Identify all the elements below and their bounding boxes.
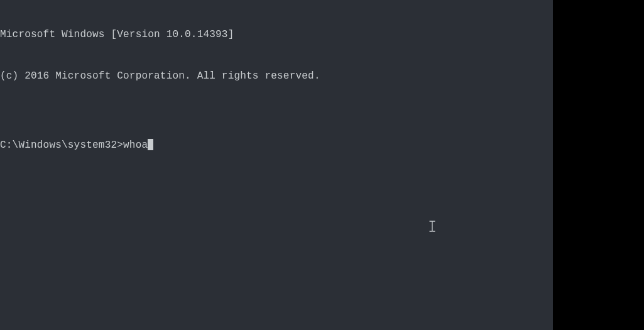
block-cursor-icon bbox=[148, 139, 153, 150]
text-ibeam-cursor-icon bbox=[429, 193, 435, 204]
banner-line-1: Microsoft Windows [Version 10.0.14393] bbox=[0, 28, 553, 41]
prompt-path: C:\Windows\system32> bbox=[0, 138, 123, 152]
typed-command: whoa bbox=[123, 138, 148, 152]
command-prompt-terminal[interactable]: Microsoft Windows [Version 10.0.14393] (… bbox=[0, 0, 553, 330]
prompt-line[interactable]: C:\Windows\system32>whoa bbox=[0, 138, 553, 152]
right-black-strip bbox=[553, 0, 644, 330]
banner-line-2: (c) 2016 Microsoft Corporation. All righ… bbox=[0, 69, 553, 83]
